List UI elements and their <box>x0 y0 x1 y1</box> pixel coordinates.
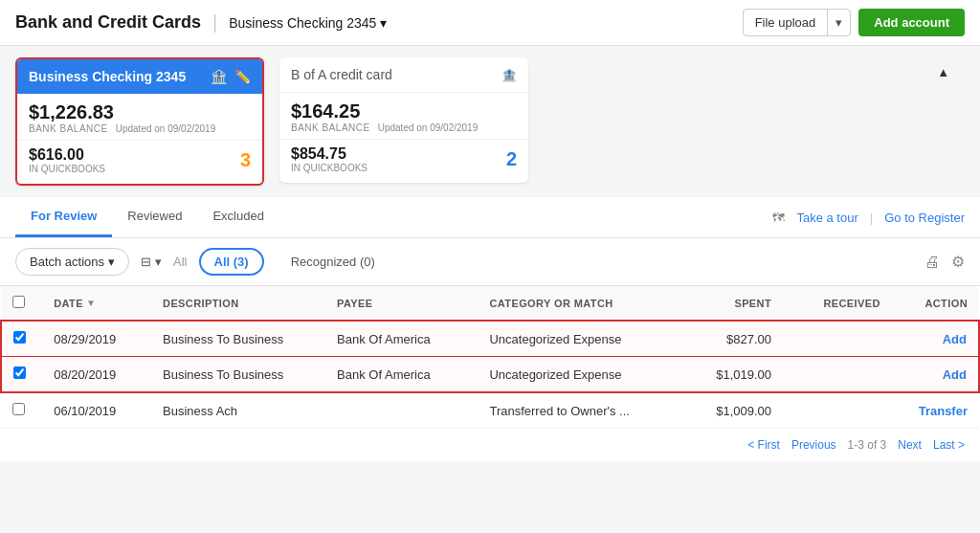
row-action-link[interactable]: Transfer <box>919 404 968 418</box>
table-header-row: DATE ▼ DESCRIPTION PAYEE CATEGORY OR MAT… <box>1 286 979 321</box>
go-to-register-link[interactable]: Go to Register <box>884 211 965 225</box>
batch-actions-button[interactable]: Batch actions ▾ <box>15 248 129 276</box>
header-checkbox-cell <box>1 286 42 321</box>
bank-icon[interactable]: 🏦 <box>211 69 227 84</box>
collapse-button[interactable]: ▲ <box>922 61 965 83</box>
filter-button[interactable]: ⊟ ▾ <box>141 255 162 269</box>
row-checkbox-cell <box>1 392 42 429</box>
pagination-next[interactable]: Next <box>898 438 922 452</box>
header-divider: | <box>212 11 217 33</box>
row-description: Business Ach <box>151 392 325 429</box>
card1-name: Business Checking 2345 <box>29 69 186 84</box>
table-row: 08/20/2019Business To BusinessBank Of Am… <box>1 357 979 393</box>
card2-badge: 2 <box>506 148 517 170</box>
select-all-checkbox[interactable] <box>12 296 25 308</box>
row-category: Uncategorized Expense <box>478 321 674 357</box>
card1-quickbooks: $616.00 IN QUICKBOOKS 3 <box>17 140 262 184</box>
pagination-first[interactable]: < First <box>747 438 780 452</box>
header-action: ACTION <box>892 286 979 321</box>
file-upload-button[interactable]: File upload ▾ <box>743 9 852 36</box>
row-action: Add <box>892 321 979 357</box>
row-action-link[interactable]: Add <box>943 367 967 382</box>
page-title: Bank and Credit Cards <box>15 12 201 33</box>
row-date: 08/20/2019 <box>42 357 151 393</box>
all-label: All <box>173 255 187 269</box>
header-description: DESCRIPTION <box>151 286 325 321</box>
account-selector[interactable]: Business Checking 2345 ▾ <box>229 15 387 31</box>
row-spent: $1,009.00 <box>674 392 783 429</box>
header-spent: SPENT <box>674 286 783 321</box>
tab-for-review[interactable]: For Review <box>15 197 112 237</box>
header-payee: PAYEE <box>325 286 478 321</box>
card2-balance-row: $164.25 BANK BALANCE Updated on 09/02/20… <box>291 100 517 133</box>
print-icon[interactable]: 🖨 <box>924 254 940 271</box>
transactions-table: DATE ▼ DESCRIPTION PAYEE CATEGORY OR MAT… <box>0 286 980 429</box>
row-payee: Bank Of America <box>325 357 478 393</box>
header-date[interactable]: DATE ▼ <box>42 286 151 321</box>
row-checkbox[interactable] <box>12 403 25 415</box>
tab-excluded[interactable]: Excluded <box>197 197 278 237</box>
account-card-1[interactable]: Business Checking 2345 🏦 ✏️ $1,226.83 BA… <box>15 57 264 186</box>
card1-qb-block: $616.00 IN QUICKBOOKS <box>29 146 105 174</box>
date-sort-label: DATE ▼ <box>54 298 96 309</box>
card2-name: B of A credit card <box>291 67 392 82</box>
card2-bank-label: BANK BALANCE <box>291 122 370 133</box>
filter-chevron-icon: ▾ <box>155 255 162 269</box>
row-payee: Bank Of America <box>325 321 478 357</box>
row-action: Add <box>892 357 979 393</box>
card2-qb-label: IN QUICKBOOKS <box>291 163 368 173</box>
table-row: 08/29/2019Business To BusinessBank Of Am… <box>1 321 979 357</box>
file-upload-label: File upload <box>744 10 829 35</box>
transactions-table-container: DATE ▼ DESCRIPTION PAYEE CATEGORY OR MAT… <box>0 286 980 429</box>
row-received <box>783 392 892 429</box>
card1-icons: 🏦 ✏️ <box>211 69 251 84</box>
row-description: Business To Business <box>151 357 325 393</box>
row-checkbox-cell <box>1 321 42 357</box>
tabs-left: For Review Reviewed Excluded <box>15 197 279 237</box>
row-spent: $1,019.00 <box>674 357 783 393</box>
toolbar-right: 🖨 ⚙ <box>924 253 965 271</box>
card2-qb-amount: $854.75 <box>291 145 368 163</box>
row-checkbox[interactable] <box>13 366 26 379</box>
tabs-right: 🗺 Take a tour | Go to Register <box>772 211 965 225</box>
tabs-section: For Review Reviewed Excluded 🗺 Take a to… <box>0 197 980 238</box>
take-tour-link[interactable]: Take a tour <box>796 211 858 225</box>
row-action-link[interactable]: Add <box>943 332 967 346</box>
header-left: Bank and Credit Cards | Business Checkin… <box>15 11 387 33</box>
row-date: 08/29/2019 <box>42 321 151 357</box>
header-category: CATEGORY OR MATCH <box>478 286 674 321</box>
settings-icon[interactable]: ⚙ <box>951 253 965 271</box>
card2-bank-amount: $164.25 <box>291 100 478 122</box>
pagination: < First Previous 1-3 of 3 Next Last > <box>0 429 980 461</box>
row-description: Business To Business <box>151 321 325 357</box>
card1-balance: $1,226.83 BANK BALANCE Updated on 09/02/… <box>17 94 262 140</box>
account-card-2[interactable]: B of A credit card 🏦 $164.25 BANK BALANC… <box>279 57 528 183</box>
row-checkbox-cell <box>1 357 42 393</box>
header-bar: Bank and Credit Cards | Business Checkin… <box>0 0 980 46</box>
header-right: File upload ▾ Add account <box>743 9 965 36</box>
row-date: 06/10/2019 <box>42 392 151 429</box>
row-checkbox[interactable] <box>13 331 26 344</box>
card1-bank-info: $1,226.83 BANK BALANCE Updated on 09/02/… <box>29 101 215 134</box>
tab-reviewed[interactable]: Reviewed <box>112 197 197 237</box>
card1-bank-label: BANK BALANCE <box>29 123 108 134</box>
card2-header: B of A credit card 🏦 <box>279 57 528 93</box>
toolbar: Batch actions ▾ ⊟ ▾ All All (3) Recogniz… <box>0 238 980 286</box>
tab-pill-recognized[interactable]: Recognized (0) <box>276 248 390 276</box>
tab-pill-all[interactable]: All (3) <box>199 248 264 276</box>
card1-updated: Updated on 09/02/2019 <box>116 123 216 134</box>
edit-icon[interactable]: ✏️ <box>234 69 251 84</box>
pagination-last[interactable]: Last > <box>933 438 965 452</box>
file-upload-dropdown-arrow[interactable]: ▾ <box>828 10 850 35</box>
filter-icon: ⊟ <box>141 255 151 269</box>
tabs-sep: | <box>870 211 873 225</box>
collapse-section: ▲ <box>922 57 965 83</box>
batch-chevron-icon: ▾ <box>108 255 115 269</box>
card1-badge: 3 <box>240 149 251 171</box>
table-row: 06/10/2019Business AchTransferred to Own… <box>1 392 979 429</box>
pagination-previous[interactable]: Previous <box>791 438 836 452</box>
card1-header: Business Checking 2345 🏦 ✏️ <box>17 59 262 94</box>
pagination-range: 1-3 of 3 <box>848 438 887 452</box>
row-spent: $827.00 <box>674 321 783 357</box>
add-account-button[interactable]: Add account <box>858 9 965 36</box>
